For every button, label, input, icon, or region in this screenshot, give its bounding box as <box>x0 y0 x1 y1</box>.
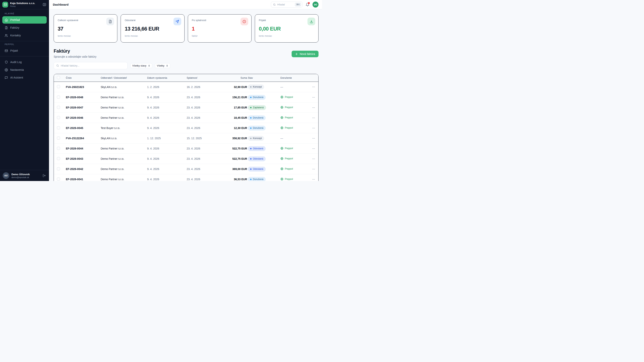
status-label: Doručená <box>253 127 263 130</box>
row-actions-button[interactable] <box>312 82 315 92</box>
delivery-label: Peppol <box>285 116 293 119</box>
row-checkbox[interactable] <box>57 178 60 181</box>
row-checkbox[interactable] <box>57 147 60 150</box>
mail-icon <box>5 49 8 52</box>
table-row[interactable]: EF-2026-0048 Demo Partner s.r.o. 9. 4. 2… <box>54 92 318 102</box>
notifications-button[interactable] <box>306 3 310 6</box>
sidebar-item-fakt-ry[interactable]: Faktúry <box>2 24 47 31</box>
table-row[interactable]: EF-2026-0042 Demo Partner s.r.o. 9. 4. 2… <box>54 164 318 174</box>
logout-button[interactable] <box>42 174 46 178</box>
invoice-status-cell: Doručená <box>248 115 280 120</box>
row-actions-button[interactable] <box>312 164 315 174</box>
stat-cards: Celkom vystavené 37 tento mesiac Odoslan… <box>54 14 318 42</box>
peppol-delivery: Peppol <box>280 157 293 160</box>
row-checkbox[interactable] <box>57 96 60 99</box>
type-filter-select[interactable]: Všetky <box>155 63 170 68</box>
stat-caption: faktúr <box>192 35 248 37</box>
profile-avatar-button[interactable]: DÚ <box>312 1 318 7</box>
row-actions-button[interactable] <box>312 93 315 102</box>
nav-section-label: PEPPOL <box>5 43 47 45</box>
globe-icon <box>280 96 284 99</box>
globe-icon <box>280 157 284 160</box>
invoice-amount: 369,00 EUR <box>222 168 248 171</box>
peppol-delivery: Peppol <box>280 178 293 181</box>
row-checkbox[interactable] <box>57 126 60 129</box>
status-label: Koncept <box>253 85 262 88</box>
status-badge: Odoslaná <box>248 167 266 172</box>
invoice-status-cell: Odoslaná <box>248 146 280 151</box>
invoice-issue-date: 9. 4. 2026 <box>147 178 187 181</box>
table-row[interactable]: EF-2026-0041 Demo Partner s.r.o. 9. 4. 2… <box>54 174 318 181</box>
table-row[interactable]: EF-2026-0045 Test Buyer s.r.o. 9. 4. 202… <box>54 123 318 133</box>
row-checkbox[interactable] <box>57 137 60 140</box>
notification-dot <box>308 2 310 4</box>
invoice-status-cell: Koncept <box>248 136 280 141</box>
row-actions-button[interactable] <box>312 144 315 153</box>
invoice-number: EF-2026-0043 <box>66 157 101 160</box>
invoice-due-date: 23. 4. 2026 <box>187 178 222 181</box>
row-actions-button[interactable] <box>312 175 315 181</box>
sidebar-item-prijat-[interactable]: Prijaté <box>2 47 47 54</box>
invoice-due-date: 15. 12. 2025 <box>187 137 222 140</box>
sidebar-nav: HLAVNÉPrehľadFaktúryKontaktyPEPPOLPrijat… <box>0 9 49 170</box>
status-filter-value: Všetky stavy <box>132 64 146 67</box>
select-all-checkbox[interactable] <box>57 76 60 79</box>
no-delivery-dash: — <box>280 85 283 89</box>
table-row[interactable]: EF-2026-0044 Demo Partner s.r.o. 9. 4. 2… <box>54 143 318 154</box>
sidebar-item-preh-ad[interactable]: Prehľad <box>2 16 47 23</box>
row-checkbox[interactable] <box>57 167 60 170</box>
chevron-up-down-icon <box>148 65 150 67</box>
user-email: demo@epostak.sk <box>12 176 40 179</box>
invoices-subtitle: Spravujte a odosielajte vaše faktúry <box>54 55 96 58</box>
invoice-filters: Hľadať faktúry... Všetky stavy Všetky <box>54 62 318 69</box>
row-checkbox[interactable] <box>57 85 60 88</box>
table-row[interactable]: FVA-25122264 SkyLAN s.r.o. 1. 12. 2025 1… <box>54 133 318 143</box>
row-actions-button[interactable] <box>312 154 315 164</box>
invoice-status-cell: Doručená <box>248 126 280 131</box>
sidebar-item-ai-asistent[interactable]: AI Asistent <box>2 74 47 81</box>
alert-circle-icon <box>240 17 248 25</box>
invoice-search-placeholder: Hľadať faktúry... <box>61 64 80 67</box>
row-actions-button[interactable] <box>312 113 315 123</box>
invoice-due-date: 23. 4. 2026 <box>187 168 222 171</box>
sidebar-collapse-button[interactable] <box>42 2 47 7</box>
invoice-amount: 17,85 EUR <box>222 106 248 109</box>
invoice-number: EF-2026-0047 <box>66 106 101 109</box>
invoice-number: EF-2026-0046 <box>66 116 101 119</box>
nav-section-label: HLAVNÉ <box>5 12 47 15</box>
sidebar-item-nastavenia[interactable]: Nastavenia <box>2 66 47 73</box>
row-checkbox[interactable] <box>57 106 60 109</box>
status-badge: Zaplatená <box>248 105 266 110</box>
status-badge: Odoslaná <box>248 146 266 151</box>
invoice-party: Demo Partner s.r.o. <box>101 147 147 150</box>
sidebar-item-kontakty[interactable]: Kontakty <box>2 32 47 39</box>
status-badge: Odoslaná <box>248 157 266 161</box>
table-row[interactable]: FVA-26021823 SkyLAN s.r.o. 1. 2. 2026 16… <box>54 82 318 92</box>
home-icon <box>5 18 8 22</box>
invoice-delivery-cell: — <box>280 85 311 89</box>
invoice-delivery-cell: Peppol <box>280 126 311 130</box>
peppol-delivery: Peppol <box>280 126 293 129</box>
invoice-issue-date: 9. 4. 2026 <box>147 116 187 119</box>
row-actions-button[interactable] <box>312 103 315 112</box>
search-icon <box>273 3 276 6</box>
row-actions-button[interactable] <box>312 123 315 133</box>
invoice-search-input[interactable]: Hľadať faktúry... <box>54 62 128 69</box>
table-row[interactable]: EF-2026-0043 Demo Partner s.r.o. 9. 4. 2… <box>54 154 318 164</box>
sidebar-item-audit-log[interactable]: Audit Log <box>2 58 47 66</box>
invoice-status-cell: Doručená <box>248 177 280 181</box>
row-checkbox[interactable] <box>57 157 60 160</box>
global-search-input[interactable]: Hľadať ⌘K <box>271 1 302 7</box>
status-filter-select[interactable]: Všetky stavy <box>130 63 152 68</box>
table-row[interactable]: EF-2026-0047 Demo Partner s.r.o. 9. 4. 2… <box>54 102 318 113</box>
invoice-issue-date: 9. 4. 2026 <box>147 96 187 99</box>
new-invoice-button-label: Nová faktúra <box>300 52 315 55</box>
table-row[interactable]: EF-2026-0046 Demo Partner s.r.o. 9. 4. 2… <box>54 113 318 123</box>
status-badge: Doručená <box>248 177 266 181</box>
row-checkbox[interactable] <box>57 116 60 119</box>
column-header: Suma <box>222 76 248 79</box>
new-invoice-button[interactable]: Nová faktúra <box>292 51 318 57</box>
stat-caption: tento mesiac <box>58 35 113 37</box>
row-actions-button[interactable] <box>312 134 315 143</box>
invoice-issue-date: 9. 4. 2026 <box>147 157 187 160</box>
